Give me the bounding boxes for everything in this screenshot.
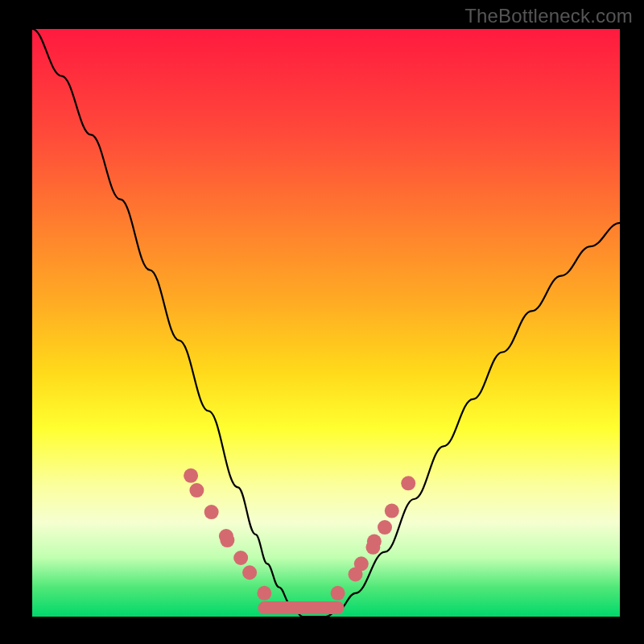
- highlight-dot: [242, 565, 257, 580]
- highlight-dot: [184, 469, 198, 483]
- bottleneck-curve: [32, 29, 620, 617]
- highlight-dot: [204, 505, 219, 519]
- watermark-text: TheBottleneck.com: [464, 5, 633, 27]
- highlight-dot: [233, 551, 248, 565]
- highlight-dot: [367, 535, 382, 549]
- highlight-dots: [184, 469, 415, 601]
- highlight-dot: [401, 476, 415, 490]
- highlight-dot: [257, 586, 271, 601]
- highlight-dot: [354, 556, 369, 571]
- plot-area: [32, 29, 620, 617]
- highlight-dot: [378, 520, 392, 535]
- highlight-dot: [331, 586, 345, 601]
- highlight-dot: [189, 483, 204, 497]
- chart-overlay: [32, 29, 620, 617]
- chart-canvas: TheBottleneck.com: [0, 0, 644, 644]
- highlight-dot: [385, 504, 399, 518]
- highlight-dot: [220, 533, 234, 547]
